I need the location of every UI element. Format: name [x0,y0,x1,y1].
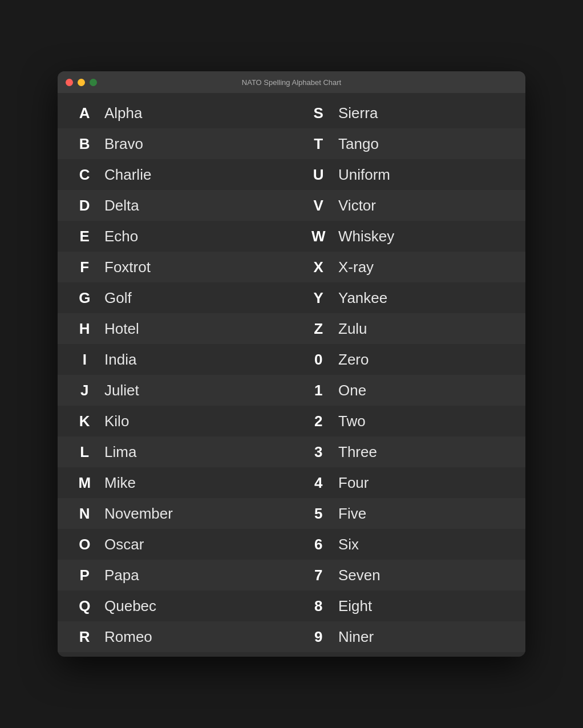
left-cell: LLima [58,436,292,467]
nato-word: Foxtrot [104,258,151,276]
nato-key: 1 [309,382,328,399]
right-cell: 2Two [292,406,525,436]
nato-word: Tango [338,135,379,153]
left-cell: EEcho [58,221,292,252]
main-content: AAlphaSSierraBBravoTTangoCCharlieUUnifor… [58,93,525,657]
right-cell: 1One [292,375,525,406]
left-cell: KKilo [58,406,292,436]
table-row: KKilo2Two [58,406,525,436]
nato-key: I [75,351,94,369]
nato-key: V [309,197,328,215]
right-cell: XX-ray [292,252,525,282]
nato-key: R [75,628,94,646]
left-cell: JJuliet [58,375,292,406]
nato-word: Quebec [104,597,156,615]
table-row: NNovember5Five [58,498,525,529]
nato-word: Zero [338,351,369,369]
table-row: HHotelZZulu [58,313,525,344]
nato-key: B [75,135,94,153]
nato-word: Three [338,443,377,461]
left-cell: NNovember [58,498,292,529]
nato-word: Charlie [104,166,151,184]
table-row: BBravoTTango [58,128,525,159]
nato-word: Two [338,412,366,430]
nato-word: Mike [104,474,136,492]
table-row: IIndia0Zero [58,344,525,375]
right-cell: YYankee [292,282,525,313]
nato-key: 2 [309,412,328,430]
nato-word: Hotel [104,320,139,338]
table-row: EEchoWWhiskey [58,221,525,252]
nato-word: One [338,382,366,399]
left-cell: PPapa [58,560,292,591]
window-title: NATO Spelling Alphabet Chart [242,78,341,87]
nato-key: 0 [309,351,328,369]
nato-word: Yankee [338,289,387,307]
right-cell: 8Eight [292,591,525,621]
nato-word: Six [338,536,359,553]
left-cell: DDelta [58,190,292,221]
nato-word: Alpha [104,104,143,122]
nato-key: 4 [309,474,328,492]
nato-key: N [75,505,94,523]
nato-key: 7 [309,567,328,584]
left-cell: CCharlie [58,159,292,190]
nato-word: Oscar [104,536,144,553]
nato-key: S [309,104,328,122]
nato-key: E [75,228,94,245]
nato-word: Whiskey [338,228,394,245]
nato-word: Seven [338,567,380,584]
nato-word: November [104,505,173,523]
nato-key: W [309,228,328,245]
left-cell: QQuebec [58,591,292,621]
left-cell: GGolf [58,282,292,313]
right-cell: ZZulu [292,313,525,344]
table-row: OOscar6Six [58,529,525,560]
right-cell: 4Four [292,467,525,498]
maximize-button[interactable] [90,79,97,86]
nato-word: Victor [338,197,376,215]
left-cell: AAlpha [58,98,292,128]
nato-key: Y [309,289,328,307]
nato-key: 8 [309,597,328,615]
nato-word: Golf [104,289,132,307]
table-row: CCharlieUUniform [58,159,525,190]
left-cell: IIndia [58,344,292,375]
nato-word: Sierra [338,104,378,122]
minimize-button[interactable] [78,79,85,86]
nato-word: X-ray [338,258,374,276]
close-button[interactable] [66,79,73,86]
right-cell: SSierra [292,98,525,128]
nato-key: G [75,289,94,307]
nato-word: Papa [104,567,139,584]
nato-key: J [75,382,94,399]
table-row: PPapa7Seven [58,560,525,591]
table-row: DDeltaVVictor [58,190,525,221]
nato-key: F [75,258,94,276]
app-window: NATO Spelling Alphabet Chart AAlphaSSier… [58,71,525,657]
nato-key: M [75,474,94,492]
table-row: FFoxtrotXX-ray [58,252,525,282]
nato-key: U [309,166,328,184]
nato-word: Lima [104,443,136,461]
left-cell: HHotel [58,313,292,344]
nato-key: 6 [309,536,328,553]
nato-key: P [75,567,94,584]
nato-word: India [104,351,136,369]
right-cell: 9Niner [292,621,525,652]
nato-key: H [75,320,94,338]
nato-word: Bravo [104,135,143,153]
nato-key: D [75,197,94,215]
nato-key: T [309,135,328,153]
right-cell: 0Zero [292,344,525,375]
table-row: LLima3Three [58,436,525,467]
nato-key: 5 [309,505,328,523]
nato-word: Five [338,505,366,523]
nato-word: Kilo [104,412,129,430]
left-cell: OOscar [58,529,292,560]
nato-key: K [75,412,94,430]
nato-key: 3 [309,443,328,461]
nato-word: Echo [104,228,138,245]
right-cell: 7Seven [292,560,525,591]
nato-key: Z [309,320,328,338]
